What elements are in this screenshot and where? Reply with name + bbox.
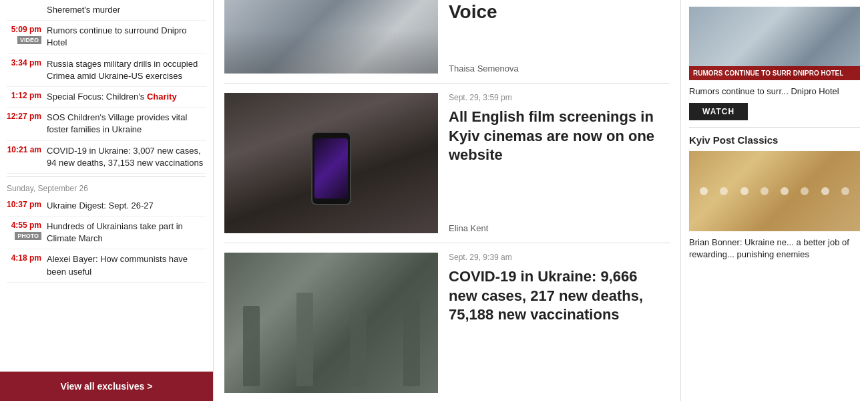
article-row: Voice Thaisa Semenova [224, 0, 670, 84]
right-sidebar: RUMORS CONTINUE TO SURR DNIPRO HOTEL Rum… [681, 0, 868, 401]
watch-button[interactable]: WATCH [689, 103, 748, 120]
classics-text: Brian Bonner: Ukraine ne... a better job… [689, 237, 860, 261]
list-item[interactable]: 4:18 pm Alexei Bayer: How communists hav… [7, 249, 206, 282]
right-classics-section: Kyiv Post Classics [689, 128, 860, 267]
item-title: SOS Children's Village provides vital fo… [47, 112, 206, 136]
article-body: Sept. 29, 9:39 am COVID-19 in Ukraine: 9… [449, 253, 670, 393]
article-row: Sept. 29, 3:59 pm All English film scree… [224, 84, 670, 243]
article-date: Sept. 29, 3:59 pm [449, 93, 670, 102]
classics-title: Kyiv Post Classics [689, 134, 860, 146]
right-news-item: RUMORS CONTINUE TO SURR DNIPRO HOTEL Rum… [689, 0, 860, 128]
left-sidebar: Sheremet's murder 5:09 pm VIDEO Rumors c… [0, 0, 214, 401]
list-item[interactable]: 10:21 am COVID-19 in Ukraine: 3,007 new … [7, 141, 206, 174]
article-title[interactable]: All English film screenings in Kyiv cine… [449, 108, 670, 165]
article-date: Sept. 29, 9:39 am [449, 253, 670, 262]
video-badge: VIDEO [17, 36, 41, 44]
list-item[interactable]: Sheremet's murder [7, 0, 206, 21]
article-author: Elina Kent [449, 223, 670, 233]
item-title: COVID-19 in Ukraine: 3,007 new cases, 94… [47, 145, 206, 169]
item-title: Sheremet's murder [47, 4, 120, 16]
right-news-text: Rumors continue to surr... Dnipro Hotel [689, 86, 860, 98]
list-item[interactable]: 3:34 pm Russia stages military drills in… [7, 54, 206, 87]
item-title: Special Focus: Children's Charity [47, 91, 177, 103]
item-time: 4:55 pm [11, 221, 41, 230]
list-item[interactable]: 12:27 pm SOS Children's Village provides… [7, 108, 206, 140]
charity-label: Charity [147, 92, 177, 102]
article-image [224, 0, 438, 74]
article-body: Sept. 29, 3:59 pm All English film scree… [449, 93, 670, 233]
item-time: 3:34 pm [11, 58, 41, 68]
list-item[interactable]: 1:12 pm Special Focus: Children's Charit… [7, 87, 206, 108]
item-title: Hundreds of Ukrainians take part in Clim… [47, 221, 206, 245]
article-row: Sept. 29, 9:39 am COVID-19 in Ukraine: 9… [224, 243, 670, 401]
article-author: Thaisa Semenova [449, 63, 670, 74]
right-news-image: RUMORS CONTINUE TO SURR DNIPRO HOTEL [689, 7, 860, 80]
item-time: 12:27 pm [7, 112, 41, 121]
article-image [224, 93, 438, 233]
item-time: 5:09 pm [11, 25, 41, 34]
item-title: Ukraine Digest: Sept. 26-27 [47, 200, 154, 212]
item-title: Alexei Bayer: How communists have been u… [47, 253, 206, 277]
article-body: Voice Thaisa Semenova [449, 0, 670, 74]
view-all-exclusives-button[interactable]: View all exclusives > [0, 372, 213, 401]
hotel-overlay-text: RUMORS CONTINUE TO SURR DNIPRO HOTEL [689, 66, 860, 80]
main-articles: Voice Thaisa Semenova Sept. 29, 3:59 pm … [214, 0, 681, 401]
list-item[interactable]: 10:37 pm Ukraine Digest: Sept. 26-27 [7, 196, 206, 217]
photo-badge: PHOTO [15, 232, 41, 240]
article-title[interactable]: Voice [449, 0, 670, 24]
item-title: Russia stages military drills in occupie… [47, 58, 206, 82]
article-image [224, 253, 438, 393]
item-time: 4:18 pm [11, 253, 41, 263]
list-item[interactable]: 4:55 pm PHOTO Hundreds of Ukrainians tak… [7, 217, 206, 249]
sidebar-news-list: Sheremet's murder 5:09 pm VIDEO Rumors c… [0, 0, 213, 372]
date-separator: Sunday, September 26 [7, 176, 206, 196]
list-item[interactable]: 5:09 pm VIDEO Rumors continue to surroun… [7, 21, 206, 53]
item-time: 1:12 pm [11, 91, 41, 100]
classics-image [689, 151, 860, 231]
article-title[interactable]: COVID-19 in Ukraine: 9,666 new cases, 21… [449, 267, 670, 325]
item-time: 10:37 pm [7, 200, 41, 209]
item-time: 10:21 am [7, 145, 41, 154]
item-title: Rumors continue to surround Dnipro Hotel [47, 25, 206, 49]
